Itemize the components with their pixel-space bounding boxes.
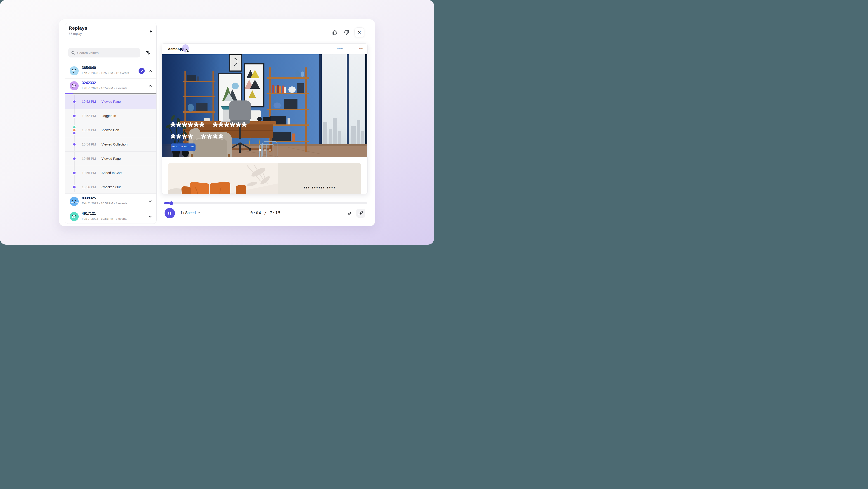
replay-row-active[interactable]: 3242332 Feb 7, 2023 · 10:52PM · 9 events bbox=[65, 78, 156, 93]
replay-row[interactable]: 4917121 Feb 7, 2023 · 10:51PM · 8 events bbox=[65, 209, 156, 224]
event-row[interactable]: 10:55 PM Added to Cart bbox=[65, 166, 156, 180]
chevron-up-icon[interactable] bbox=[148, 69, 152, 73]
event-row-selected[interactable]: 10:52 PM Viewed Page bbox=[65, 94, 156, 109]
avatar bbox=[70, 197, 79, 206]
chevron-down-icon[interactable] bbox=[148, 199, 152, 203]
replay-count: 37 replays bbox=[69, 32, 84, 35]
carousel-dots bbox=[259, 149, 271, 151]
playback-progress-thumb[interactable] bbox=[169, 201, 173, 205]
avatar bbox=[70, 66, 79, 75]
time-separator: / bbox=[264, 211, 267, 215]
pause-button[interactable] bbox=[164, 208, 175, 219]
nav-item-masked[interactable]: **** bbox=[359, 48, 363, 50]
player-controls: 1x Speed 0:04 / 7:15 bbox=[164, 208, 367, 219]
speed-selector[interactable]: 1x Speed bbox=[180, 211, 200, 215]
playback-progress-bar[interactable] bbox=[164, 202, 367, 204]
site-logo: AcmeApp bbox=[168, 47, 184, 51]
thumbs-down-button[interactable] bbox=[343, 29, 350, 36]
product-card-text-panel: *** ****** **** bbox=[278, 163, 361, 194]
search-icon bbox=[71, 51, 75, 55]
check-icon bbox=[140, 69, 143, 73]
event-label: Viewed Collection bbox=[101, 143, 127, 146]
event-label: Viewed Page bbox=[101, 157, 121, 161]
replay-row[interactable]: 3654640 Feb 7, 2023 · 10:58PM · 12 event… bbox=[65, 63, 156, 78]
event-dot bbox=[73, 157, 76, 160]
playback-progress-fill bbox=[164, 202, 170, 204]
close-icon: ✕ bbox=[358, 30, 362, 35]
replay-row[interactable]: 8339325 Feb 7, 2023 · 10:52PM · 8 events bbox=[65, 194, 156, 209]
time-current: 0:04 bbox=[250, 211, 261, 215]
event-dot bbox=[73, 115, 76, 117]
event-dot bbox=[73, 143, 76, 146]
event-time: 10:53 PM bbox=[82, 128, 96, 132]
collapse-left-icon bbox=[148, 29, 153, 34]
event-row[interactable]: 10:54 PM Viewed Collection bbox=[65, 137, 156, 151]
sofa-photo bbox=[168, 163, 278, 194]
hero-cta-button[interactable]: **** ****** ********** bbox=[170, 143, 195, 151]
replay-meta: Feb 7, 2023 · 10:51PM · 8 events bbox=[82, 217, 127, 221]
face-illustration bbox=[70, 66, 79, 75]
pause-icon bbox=[168, 211, 172, 215]
carousel-dot[interactable] bbox=[269, 149, 271, 151]
replays-sidebar: Replays 37 replays Search values... bbox=[65, 23, 157, 224]
thumbs-up-icon bbox=[332, 29, 338, 35]
copy-link-button[interactable] bbox=[356, 209, 365, 218]
sort-filter-button[interactable] bbox=[144, 49, 152, 57]
replay-id: 8339325 bbox=[82, 196, 96, 200]
event-time: 10:56 PM bbox=[82, 185, 96, 189]
chevron-up-icon[interactable] bbox=[148, 84, 152, 88]
event-row[interactable]: 10:52 PM Logged In bbox=[65, 109, 156, 123]
collapse-sidebar-button[interactable] bbox=[147, 28, 154, 35]
replay-id: 3654640 bbox=[82, 66, 96, 70]
carousel-dot-active[interactable] bbox=[259, 149, 261, 151]
event-row[interactable]: 10:56 PM Checked Out bbox=[65, 180, 156, 194]
thumbs-down-icon bbox=[344, 29, 349, 35]
close-button[interactable]: ✕ bbox=[354, 27, 364, 37]
divider bbox=[65, 43, 156, 43]
face-illustration bbox=[70, 212, 79, 221]
event-time: 10:52 PM bbox=[82, 100, 96, 104]
thumbs-up-button[interactable] bbox=[331, 29, 339, 36]
link-icon bbox=[359, 211, 363, 215]
replay-modal: Replays 37 replays Search values... bbox=[59, 19, 375, 226]
nav-item-masked[interactable]: ****** bbox=[337, 48, 343, 50]
replay-id: 4917121 bbox=[82, 211, 96, 215]
event-time: 10:55 PM bbox=[82, 157, 96, 161]
event-dot bbox=[73, 100, 76, 103]
avatar bbox=[70, 81, 79, 90]
chevron-down-icon[interactable] bbox=[148, 214, 152, 219]
event-label: Viewed Page bbox=[101, 100, 121, 104]
carousel-dot[interactable] bbox=[264, 149, 266, 151]
replay-meta: Feb 7, 2023 · 10:58PM · 12 events bbox=[82, 71, 129, 75]
event-dot bbox=[73, 132, 75, 134]
search-placeholder: Search values... bbox=[77, 51, 101, 55]
site-hero: ****** ****** **** **** **** ****** ****… bbox=[162, 54, 368, 157]
face-illustration bbox=[70, 197, 79, 206]
site-product-card[interactable]: *** ****** **** bbox=[168, 163, 361, 194]
replay-meta: Feb 7, 2023 · 10:52PM · 8 events bbox=[82, 202, 127, 205]
event-label: Added to Cart bbox=[101, 171, 122, 175]
event-dot bbox=[73, 186, 76, 189]
header-actions: ✕ bbox=[331, 27, 364, 37]
event-list: 10:52 PM Viewed Page 10:52 PM Logged In … bbox=[65, 94, 156, 194]
expand-fullscreen-icon[interactable] bbox=[347, 210, 352, 216]
event-row[interactable]: 10:53 PM Viewed Cart bbox=[65, 123, 156, 137]
event-row[interactable]: 10:55 PM Viewed Page bbox=[65, 151, 156, 166]
replay-id: 3242332 bbox=[82, 81, 96, 85]
sidebar-title: Replays bbox=[69, 25, 87, 31]
replayed-site-topbar: AcmeApp ****** ******* **** bbox=[162, 44, 367, 54]
face-illustration bbox=[70, 81, 79, 90]
product-card-text-masked: *** ****** **** bbox=[303, 186, 336, 190]
event-label: Checked Out bbox=[101, 185, 121, 189]
search-input[interactable]: Search values... bbox=[68, 48, 140, 57]
avatar bbox=[70, 212, 79, 221]
nav-item-masked[interactable]: ******* bbox=[347, 48, 355, 50]
event-time: 10:55 PM bbox=[82, 171, 96, 175]
watched-check-badge bbox=[138, 68, 145, 74]
event-time: 10:52 PM bbox=[82, 114, 96, 118]
playback-time: 0:04 / 7:15 bbox=[250, 211, 281, 215]
time-total: 7:15 bbox=[270, 211, 281, 215]
replay-viewport: AcmeApp ****** ******* **** bbox=[162, 44, 368, 194]
cursor-icon bbox=[185, 49, 190, 54]
event-dot bbox=[73, 126, 75, 128]
